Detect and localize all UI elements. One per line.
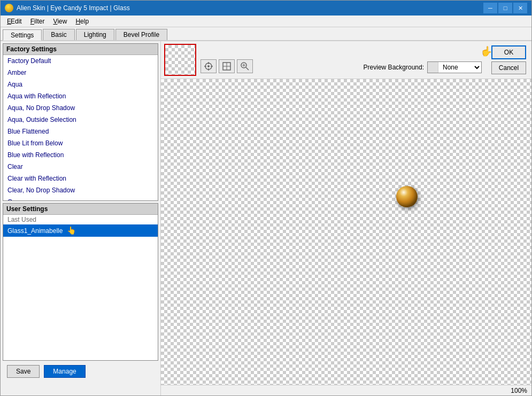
user-settings-header: User Settings	[3, 204, 158, 215]
minimize-button[interactable]: ─	[483, 3, 497, 13]
toolbar-icons	[199, 58, 254, 76]
hand-cursor-icon: 👆	[67, 226, 76, 235]
maximize-button[interactable]: □	[498, 3, 512, 13]
zoom-fit-icon	[222, 61, 232, 71]
tab-lighting[interactable]: Lighting	[76, 29, 114, 40]
save-button[interactable]: Save	[7, 365, 40, 378]
svg-point-1	[207, 65, 210, 67]
zoom-button[interactable]	[237, 59, 253, 73]
preview-bg-label: Preview Background:	[364, 64, 424, 71]
left-panel: Factory Settings Factory Default Amber A…	[1, 41, 161, 395]
preview-canvas	[161, 79, 531, 385]
preview-bg-select[interactable]: None White Black Gray	[438, 62, 481, 73]
menu-view[interactable]: View	[49, 16, 71, 27]
preview-bg-color-swatch	[428, 62, 438, 73]
ok-cancel-area: 👆 OK Cancel	[489, 43, 528, 76]
close-button[interactable]: ✕	[513, 3, 527, 13]
status-bar: 100%	[161, 385, 531, 395]
menu-edit[interactable]: EEdit	[3, 16, 26, 27]
tab-basic[interactable]: Basic	[43, 29, 74, 40]
list-item[interactable]: Blue Lit from Below	[3, 137, 158, 149]
menu-bar: EEdit Filter View Help	[1, 15, 531, 27]
window-title: Alien Skin | Eye Candy 5 Impact | Glass	[17, 4, 130, 12]
factory-settings-box: Factory Settings Factory Default Amber A…	[3, 43, 158, 201]
title-bar: Alien Skin | Eye Candy 5 Impact | Glass …	[1, 1, 531, 15]
list-item[interactable]: Green	[3, 196, 158, 200]
zoom-icon	[240, 61, 250, 71]
glass-ball-preview	[396, 186, 418, 207]
factory-settings-list[interactable]: Factory Default Amber Aqua Aqua with Ref…	[3, 55, 158, 200]
title-bar-controls: ─ □ ✕	[483, 3, 527, 13]
list-item[interactable]: Aqua, No Drop Shadow	[3, 102, 158, 114]
list-item[interactable]: Factory Default	[3, 55, 158, 67]
user-settings-list[interactable]: Last Used Glass1_Animabelle 👆	[3, 215, 158, 360]
zoom-level: 100%	[511, 387, 527, 394]
tab-bevel-profile[interactable]: Bevel Profile	[115, 29, 167, 40]
title-bar-left: Alien Skin | Eye Candy 5 Impact | Glass	[5, 4, 130, 12]
list-item[interactable]: Blue with Reflection	[3, 149, 158, 161]
tab-bar: Settings Basic Lighting Bevel Profile	[1, 27, 531, 41]
zoom-fit-button[interactable]	[219, 59, 235, 73]
list-item-glass1-animabelle[interactable]: Glass1_Animabelle 👆	[3, 224, 158, 237]
pan-icon	[204, 61, 213, 71]
hand-cursor-icon: 👆	[481, 45, 492, 57]
user-settings-box: User Settings Last Used Glass1_Animabell…	[3, 203, 158, 361]
right-top-area: Preview Background: None White Black Gra…	[161, 41, 531, 79]
preview-thumbnail	[164, 44, 196, 76]
tab-settings[interactable]: Settings	[3, 29, 42, 41]
right-panel: Preview Background: None White Black Gra…	[161, 41, 531, 395]
cancel-button[interactable]: Cancel	[491, 61, 526, 74]
list-item[interactable]: Amber	[3, 67, 158, 79]
main-content: Factory Settings Factory Default Amber A…	[1, 41, 531, 395]
list-item[interactable]: Blue Flattened	[3, 126, 158, 137]
app-icon	[5, 4, 13, 12]
list-item[interactable]: Aqua with Reflection	[3, 90, 158, 102]
last-used-label: Last Used	[3, 215, 158, 224]
main-window: Alien Skin | Eye Candy 5 Impact | Glass …	[0, 0, 532, 396]
preview-bg-area: Preview Background: None White Black Gra…	[364, 61, 482, 76]
list-item[interactable]: Aqua, Outside Selection	[3, 114, 158, 126]
menu-help[interactable]: Help	[71, 16, 93, 27]
ok-button[interactable]: 👆 OK	[491, 45, 526, 59]
svg-line-10	[246, 67, 249, 70]
preview-bg-select-wrapper: None White Black Gray	[427, 61, 482, 73]
manage-button[interactable]: Manage	[44, 365, 85, 378]
list-item[interactable]: Clear, No Drop Shadow	[3, 184, 158, 196]
list-item-clear[interactable]: Clear	[3, 161, 158, 173]
pan-tool-button[interactable]	[201, 59, 217, 73]
menu-filter[interactable]: Filter	[26, 16, 49, 27]
bottom-buttons: Save Manage	[3, 363, 158, 380]
list-item[interactable]: Aqua	[3, 79, 158, 90]
list-item[interactable]: Clear with Reflection	[3, 173, 158, 184]
factory-settings-header: Factory Settings	[3, 44, 158, 55]
